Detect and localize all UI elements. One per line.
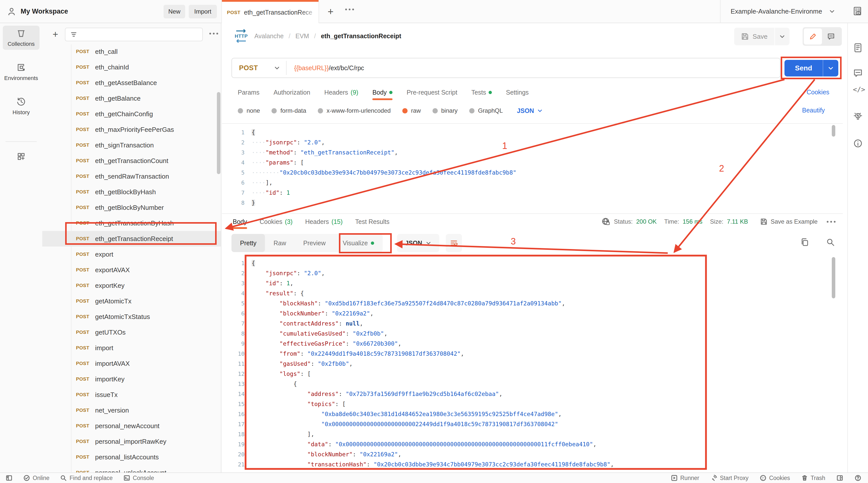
comments-icon[interactable] — [853, 68, 863, 78]
sidebar-request-eth-getblockbyhash[interactable]: POSTeth_getBlockByHash — [42, 184, 221, 200]
sidebar-item-environments[interactable]: Environments — [3, 60, 39, 84]
sidebar-request-eth-gettransactionreceipt[interactable]: POSTeth_getTransactionReceipt — [42, 231, 221, 247]
response-tab-body[interactable]: Body — [233, 214, 247, 229]
response-view-raw[interactable]: Raw — [265, 234, 294, 252]
body-type-x-www-form-urlencoded[interactable]: x-www-form-urlencoded — [318, 107, 391, 114]
filter-input[interactable] — [65, 28, 203, 41]
sidebar-request-eth-signtransaction[interactable]: POSTeth_signTransaction — [42, 137, 221, 153]
lightbulb-icon[interactable] — [853, 112, 863, 122]
sidebar-item-collections[interactable]: Collections — [3, 26, 39, 50]
save-as-example-button[interactable]: Save as Example — [760, 218, 818, 225]
request-tab[interactable]: POST eth_getTransactionRece — [221, 0, 319, 23]
request-tab-pre-request-script[interactable]: Pre-request Script — [407, 85, 457, 100]
response-tab-headers[interactable]: Headers(15) — [305, 214, 343, 229]
body-type-graphql[interactable]: GraphQL — [469, 107, 503, 114]
request-tab-authorization[interactable]: Authorization — [274, 85, 310, 100]
time-value[interactable]: 156 ms — [683, 218, 703, 225]
breadcrumb-collection[interactable]: Avalanche — [254, 32, 283, 40]
breadcrumb-folder[interactable]: EVM — [296, 32, 309, 40]
response-tab-cookies[interactable]: Cookies(3) — [260, 214, 292, 229]
cookies-link[interactable]: Cookies — [807, 89, 829, 96]
new-tab-button[interactable]: + — [324, 5, 337, 18]
sidebar-request-eth-getassetbalance[interactable]: POSTeth_getAssetBalance — [42, 75, 221, 91]
sidebar-request-eth-getchainconfig[interactable]: POSTeth_getChainConfig — [42, 106, 221, 122]
response-language-select[interactable]: JSON — [397, 234, 439, 252]
method-select[interactable]: POST — [239, 64, 258, 72]
body-type-raw[interactable]: raw — [402, 107, 421, 114]
sidebar-request-eth-gettransactioncount[interactable]: POSTeth_getTransactionCount — [42, 153, 221, 168]
save-button[interactable]: Save — [734, 28, 774, 45]
request-language-select[interactable]: JSON — [517, 107, 543, 115]
response-view-visualize[interactable]: Visualize — [334, 234, 383, 252]
panel-toggle-icon[interactable] — [836, 475, 843, 482]
sidebar-request-exportkey[interactable]: POSTexportKey — [42, 278, 221, 293]
request-body-editor[interactable]: 1{2····"jsonrpc": "2.0",3····"method": "… — [222, 123, 843, 211]
sidebar-item-history[interactable]: History — [3, 94, 39, 118]
wrap-lines-button[interactable] — [446, 234, 462, 252]
comments-button[interactable] — [822, 28, 840, 44]
send-options-button[interactable] — [823, 60, 838, 76]
sidebar-request-getatomictxstatus[interactable]: POSTgetAtomicTxStatus — [42, 309, 221, 324]
cookies-button[interactable]: Cookies — [760, 475, 790, 482]
sidebar-request-import[interactable]: POSTimport — [42, 340, 221, 356]
info-icon[interactable] — [853, 138, 863, 149]
sidebar-scrollbar[interactable] — [217, 92, 220, 174]
toggle-sidebar-icon[interactable] — [5, 475, 12, 482]
import-button[interactable]: Import — [189, 5, 217, 19]
beautify-link[interactable]: Beautify — [802, 107, 825, 114]
online-status[interactable]: Online — [23, 475, 49, 482]
sidebar-request-eth-getbalance[interactable]: POSTeth_getBalance — [42, 91, 221, 106]
body-type-form-data[interactable]: form-data — [272, 107, 306, 114]
code-snippet-icon[interactable]: </> — [853, 86, 865, 93]
response-view-pretty[interactable]: Pretty — [231, 234, 265, 252]
send-button[interactable]: Send — [784, 60, 838, 76]
workspace-title[interactable]: My Workspace — [21, 7, 68, 15]
sidebar-request-eth-sendrawtransaction[interactable]: POSTeth_sendRawTransaction — [42, 168, 221, 184]
sidebar-request-export[interactable]: POSTexport — [42, 247, 221, 262]
sidebar-request-getatomictx[interactable]: POSTgetAtomicTx — [42, 293, 221, 309]
add-request-button[interactable]: + — [50, 29, 61, 40]
response-scrollbar[interactable] — [832, 257, 835, 298]
new-button[interactable]: New — [163, 5, 185, 19]
copy-icon[interactable] — [800, 237, 810, 247]
sidebar-request-net-version[interactable]: POSTnet_version — [42, 402, 221, 418]
sidebar-request-personal-listaccounts[interactable]: POSTpersonal_listAccounts — [42, 449, 221, 465]
request-tab-params[interactable]: Params — [238, 85, 259, 100]
response-view-preview[interactable]: Preview — [294, 234, 334, 252]
environment-quick-look-icon[interactable] — [847, 0, 868, 23]
find-and-replace[interactable]: Find and replace — [60, 475, 113, 482]
start-proxy-button[interactable]: Start Proxy — [710, 475, 748, 482]
runner-button[interactable]: Runner — [671, 475, 699, 482]
environment-selector[interactable]: Example-Avalanche-Environme — [720, 0, 847, 23]
save-options-button[interactable] — [775, 28, 789, 45]
sidebar-request-exportavax[interactable]: POSTexportAVAX — [42, 262, 221, 278]
sidebar-request-importavax[interactable]: POSTimportAVAX — [42, 356, 221, 371]
status-value[interactable]: 200 OK — [636, 218, 657, 225]
sidebar-request-personal-unlockaccount[interactable]: POSTpersonal_unlockAccount — [42, 465, 221, 473]
sidebar-item-more-tools[interactable] — [3, 149, 39, 164]
tab-options-icon[interactable] — [345, 8, 354, 10]
url-input[interactable]: {{baseURL}}/ext/bc/C/rpc — [294, 64, 364, 72]
edit-mode-button[interactable] — [804, 28, 822, 44]
chevron-down-icon[interactable] — [274, 65, 280, 71]
sidebar-request-eth-call[interactable]: POSTeth_call — [42, 44, 221, 59]
documentation-icon[interactable] — [853, 43, 863, 53]
response-options-icon[interactable] — [827, 221, 836, 223]
sidebar-request-eth-maxpriorityfeepergas[interactable]: POSTeth_maxPriorityFeePerGas — [42, 122, 221, 137]
body-type-binary[interactable]: binary — [433, 107, 458, 114]
size-value[interactable]: 7.11 KB — [727, 218, 748, 225]
sidebar-request-eth-gettransactionbyhash[interactable]: POSTeth_getTransactionByHash — [42, 215, 221, 231]
request-tab-body[interactable]: Body — [372, 85, 393, 100]
response-body-viewer[interactable]: 1{2 "jsonrpc": "2.0",3 "id": 1,4 "result… — [222, 255, 843, 473]
response-tab-test-results[interactable]: Test Results — [355, 214, 390, 229]
sidebar-request-eth-getblockbynumber[interactable]: POSTeth_getBlockByNumber — [42, 200, 221, 215]
body-type-none[interactable]: none — [238, 107, 260, 114]
sidebar-request-personal-importrawkey[interactable]: POSTpersonal_importRawKey — [42, 434, 221, 449]
sidebar-request-personal-newaccount[interactable]: POSTpersonal_newAccount — [42, 418, 221, 434]
console-button[interactable]: Console — [123, 475, 154, 482]
request-tab-tests[interactable]: Tests — [471, 85, 492, 100]
request-tab-settings[interactable]: Settings — [506, 85, 529, 100]
search-icon[interactable] — [826, 237, 835, 247]
request-tab-headers[interactable]: Headers(9) — [324, 85, 358, 100]
sidebar-request-getutxos[interactable]: POSTgetUTXOs — [42, 324, 221, 340]
